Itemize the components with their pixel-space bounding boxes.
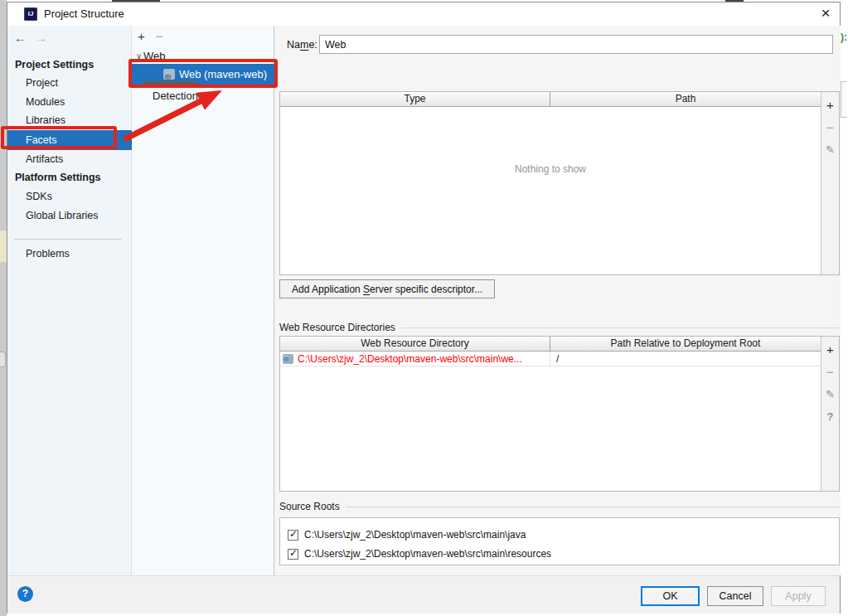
name-input[interactable] [319, 35, 833, 54]
remove-web-resource-icon[interactable]: − [826, 363, 834, 386]
web-resource-directories-table: Web Resource Directory Path Relative to … [279, 336, 840, 492]
checkbox-checked-icon[interactable]: ✓ [288, 530, 298, 541]
sidebar-item-sdks[interactable]: SDKs [7, 187, 132, 206]
history-nav: ←→ [14, 31, 47, 45]
facet-tree-toolbar: +− [138, 29, 163, 43]
close-icon[interactable]: × [817, 4, 835, 22]
sidebar-item-problems[interactable]: Problems [7, 245, 132, 263]
deployment-descriptors-table: Type Path Nothing to show + − ✎ [279, 91, 840, 275]
deployment-table-toolbar: + − ✎ [821, 92, 839, 274]
settings-sidebar: ←→ Project Settings Project Modules Libr… [7, 26, 132, 575]
sidebar-header-platform-settings: Platform Settings [7, 168, 132, 187]
back-arrow-icon[interactable]: ← [14, 31, 27, 45]
chevron-down-icon[interactable]: ∨ [132, 51, 143, 61]
source-root-path: C:\Users\zjw_2\Desktop\maven-web\src\mai… [304, 548, 551, 560]
dialog-titlebar: IJ Project Structure × [7, 2, 840, 26]
web-resource-directory-path: C:\Users\zjw_2\Desktop\maven-web\src\mai… [298, 353, 522, 365]
web-folder-icon [283, 354, 293, 364]
ok-button[interactable]: OK [641, 586, 700, 606]
forward-arrow-icon: → [35, 31, 47, 45]
add-web-resource-icon[interactable]: + [826, 341, 834, 363]
toolwindow-handle[interactable] [0, 352, 6, 367]
facet-tree-panel: +− ∨ Web Web (maven-web) Detection [132, 26, 274, 575]
deployment-root-relative-path: / [550, 352, 821, 366]
screen: ): IJ Project Structure × ←→ Project Set… [0, 0, 848, 616]
source-root-item[interactable]: ✓ C:\Users\zjw_2\Desktop\maven-web\src\m… [288, 546, 551, 562]
checkbox-checked-icon[interactable]: ✓ [288, 549, 298, 560]
name-label: Name: [287, 39, 317, 51]
tree-group-web[interactable]: ∨ Web [132, 47, 274, 64]
project-structure-dialog: IJ Project Structure × ←→ Project Settin… [7, 2, 841, 614]
help-web-resource-icon[interactable]: ? [827, 408, 834, 430]
dialog-title: Project Structure [44, 7, 124, 20]
web-resources-table-toolbar: + − ✎ ? [821, 337, 839, 491]
remove-facet-icon[interactable]: − [156, 29, 163, 43]
tree-underline-fragment [144, 81, 197, 85]
source-roots-list: ✓ C:\Users\zjw_2\Desktop\maven-web\src\m… [279, 517, 840, 565]
tree-group-label: Web [143, 50, 166, 62]
apply-button: Apply [771, 586, 826, 606]
sidebar-item-artifacts[interactable]: Artifacts [7, 150, 132, 168]
add-facet-icon[interactable]: + [138, 29, 145, 43]
sidebar-item-facets[interactable]: Facets [7, 130, 132, 150]
edit-descriptor-icon[interactable]: ✎ [826, 141, 835, 163]
sidebar-item-project[interactable]: Project [7, 74, 132, 92]
column-header-path[interactable]: Path [550, 92, 821, 106]
source-roots-section-title: Source Roots [279, 501, 840, 512]
add-descriptor-icon[interactable]: + [826, 96, 834, 119]
sidebar-item-libraries[interactable]: Libraries [7, 111, 132, 129]
web-facet-icon [163, 69, 175, 80]
edit-web-resource-icon[interactable]: ✎ [826, 386, 835, 408]
sidebar-header-project-settings: Project Settings [7, 56, 132, 74]
editor-code-fragment: ): [841, 32, 847, 43]
tree-item-detection[interactable]: Detection [132, 87, 274, 104]
web-resources-table-header: Web Resource Directory Path Relative to … [280, 337, 821, 352]
empty-table-text: Nothing to show [280, 163, 821, 175]
desktop-left-strip [0, 0, 7, 616]
column-header-type[interactable]: Type [280, 92, 550, 106]
editor-ui-fragment [841, 81, 846, 118]
source-root-path: C:\Users\zjw_2\Desktop\maven-web\src\mai… [304, 529, 526, 541]
tree-detection-label: Detection [153, 90, 198, 102]
add-application-server-descriptor-button[interactable]: Add Application Server specific descript… [279, 279, 495, 298]
sidebar-divider [14, 239, 122, 240]
desktop-right-strip: ): [841, 0, 848, 616]
remove-descriptor-icon[interactable]: − [826, 119, 834, 141]
intellij-logo-icon: IJ [24, 7, 37, 21]
column-header-path-relative[interactable]: Path Relative to Deployment Root [550, 337, 821, 351]
help-icon[interactable]: ? [17, 586, 33, 602]
sidebar-item-modules[interactable]: Modules [7, 93, 132, 111]
sidebar-item-global-libraries[interactable]: Global Libraries [7, 206, 132, 225]
tree-item-label: Web (maven-web) [179, 68, 267, 80]
source-root-item[interactable]: ✓ C:\Users\zjw_2\Desktop\maven-web\src\m… [288, 526, 526, 543]
web-resource-directories-section-title: Web Resource Directories [279, 322, 840, 333]
cancel-button[interactable]: Cancel [707, 586, 763, 606]
dialog-footer: ? OK Cancel Apply [7, 575, 840, 614]
deployment-table-header: Type Path [280, 92, 821, 107]
facet-editor-panel: Name: Deployment Descriptors Type Path N… [274, 26, 841, 575]
desktop-left-patch [0, 230, 7, 262]
column-header-web-resource-directory[interactable]: Web Resource Directory [280, 337, 550, 351]
web-resource-row[interactable]: C:\Users\zjw_2\Desktop\maven-web\src\mai… [280, 352, 821, 366]
